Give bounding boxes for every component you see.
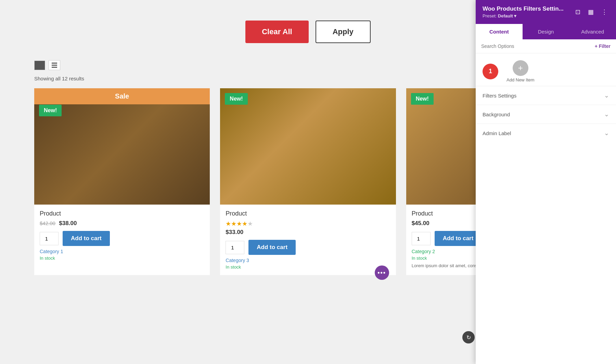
panel-search-row: + Filter (476, 39, 616, 53)
dots-icon: ••• (377, 269, 386, 276)
product-price: $33.00 (226, 229, 390, 236)
search-options-input[interactable] (481, 43, 591, 49)
new-badge: New! (39, 105, 62, 116)
stock-status: In stock (40, 256, 204, 261)
add-to-cart-button[interactable]: Add to cart (435, 231, 482, 246)
accordion-label: Background (483, 112, 510, 117)
apply-button[interactable]: Apply (316, 21, 371, 43)
preset-value[interactable]: Default ▾ (498, 13, 517, 18)
purple-menu-button[interactable]: ••• (375, 265, 389, 280)
grid-view-button[interactable] (34, 61, 45, 70)
items-row: 1 + Add New Item (476, 53, 616, 86)
tab-advanced[interactable]: Advanced (569, 24, 616, 39)
tab-design[interactable]: Design (523, 24, 569, 39)
product-name: Product (226, 210, 390, 217)
quantity-input[interactable] (412, 232, 431, 245)
panel-tabs: Content Design Advanced (476, 24, 616, 39)
accordion-admin-label[interactable]: Admin Label ⌄ (476, 124, 616, 142)
chevron-down-icon: ⌄ (604, 129, 609, 137)
product-name: Product (40, 210, 204, 217)
price-regular: $45.00 (412, 220, 429, 226)
add-to-cart-button[interactable]: Add to cart (248, 240, 296, 255)
cart-row: Add to cart (40, 231, 204, 246)
product-card: Sale New! Product $42.00 $38.00 Add to c… (34, 88, 210, 275)
panel-icon-more[interactable]: ⋮ (600, 8, 609, 16)
price-old: $42.00 (40, 220, 55, 226)
product-info-1: Product $42.00 $38.00 Add to cart Catego… (34, 205, 210, 266)
clear-all-button[interactable]: Clear All (245, 21, 308, 43)
accordion-label: Admin Label (483, 130, 511, 136)
panel-preset: Preset: Default ▾ (483, 13, 564, 18)
panel-header-icons: ⊡ ▦ ⋮ (574, 8, 609, 16)
add-new-item-button[interactable]: + (513, 60, 528, 76)
product-image-2: New! (220, 88, 396, 205)
list-icon (52, 63, 57, 68)
product-info-2: Product ★★★★★ $33.00 Add to cart Categor… (220, 205, 396, 275)
add-new-item-label: Add New Item (506, 77, 535, 82)
panel-icon-responsive[interactable]: ⊡ (574, 8, 582, 16)
right-panel: Woo Products Filters Settin... Preset: D… (476, 0, 616, 364)
item-number: 1 (489, 68, 492, 75)
quantity-input[interactable] (40, 232, 59, 245)
chevron-down-icon: ⌄ (604, 92, 609, 99)
category-link[interactable]: Category 1 (40, 249, 204, 254)
list-view-button[interactable] (49, 60, 60, 70)
cart-row: Add to cart (226, 240, 390, 255)
accordion-background[interactable]: Background ⌄ (476, 105, 616, 124)
product-image-1: Sale New! (34, 88, 210, 205)
item-1-circle[interactable]: 1 (483, 64, 498, 79)
price-regular: $33.00 (226, 229, 243, 235)
sale-banner: Sale (34, 88, 210, 104)
quantity-input[interactable] (226, 241, 244, 254)
scroll-indicator[interactable]: ↻ (462, 331, 475, 343)
panel-icon-layout[interactable]: ▦ (586, 8, 595, 16)
scroll-icon: ↻ (466, 334, 471, 341)
new-badge: New! (411, 93, 434, 105)
product-card: New! Product ★★★★★ $33.00 Add to cart Ca… (220, 88, 396, 275)
add-to-cart-button[interactable]: Add to cart (63, 231, 110, 246)
accordion-label: Filters Settings (483, 93, 516, 99)
new-badge: New! (225, 93, 247, 105)
chevron-down-icon: ⌄ (604, 110, 609, 118)
tab-content[interactable]: Content (476, 24, 523, 39)
category-link[interactable]: Category 3 (226, 258, 390, 263)
panel-header-left: Woo Products Filters Settin... Preset: D… (483, 5, 564, 18)
panel-title: Woo Products Filters Settin... (483, 5, 564, 12)
product-price: $42.00 $38.00 (40, 220, 204, 227)
price-new: $38.00 (59, 220, 77, 226)
accordion-filters-settings[interactable]: Filters Settings ⌄ (476, 86, 616, 105)
filter-button[interactable]: + Filter (595, 43, 611, 49)
stock-status: In stock (226, 264, 390, 270)
product-rating: ★★★★★ (226, 220, 390, 228)
panel-header: Woo Products Filters Settin... Preset: D… (476, 0, 616, 24)
grid-icon (37, 63, 42, 68)
